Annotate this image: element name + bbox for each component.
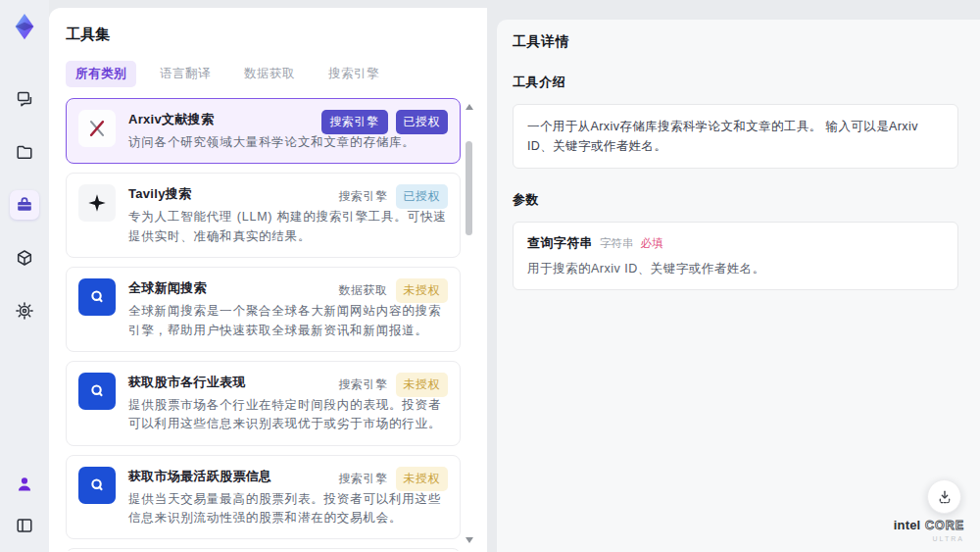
nav-user[interactable]: [10, 470, 39, 499]
tool-icon: [78, 184, 116, 222]
tool-icon: [78, 110, 116, 147]
tool-description: 提供当天交易量最高的股票列表。投资者可以利用这些信息来识别流动性强的股票和潜在的…: [128, 490, 448, 528]
tab-数据获取[interactable]: 数据获取: [234, 61, 305, 87]
tool-auth-badge: 未授权: [396, 373, 449, 397]
tool-card[interactable]: 获取股市各行业表现 提供股票市场各个行业在特定时间段内的表现。投资者可以利用这些…: [66, 361, 461, 446]
tool-category-badge: 搜索引擎: [321, 110, 388, 134]
tool-category-badge: 搜索引擎: [339, 188, 388, 205]
tool-detail-panel: 工具详情 工具介绍 一个用于从Arxiv存储库搜索科学论文和文章的工具。 输入可…: [497, 20, 980, 552]
page-title: 工具集: [66, 25, 473, 44]
download-icon: [936, 488, 954, 506]
param-type: 字符串: [600, 236, 634, 251]
tool-category-badge: 数据获取: [339, 282, 388, 299]
ultra-wordmark: ULTRA: [894, 535, 964, 543]
scrollbar-thumb[interactable]: [466, 141, 472, 235]
user-icon: [15, 475, 34, 494]
param-box: 查询字符串 字符串 必填 用于搜索的Arxiv ID、关键字或作者姓名。: [513, 222, 958, 290]
nav-packages[interactable]: [10, 243, 39, 273]
tool-auth-badge: 未授权: [396, 278, 449, 303]
nav-tools[interactable]: [10, 190, 39, 220]
toolbox-icon: [15, 195, 34, 215]
tool-card[interactable]: Tavily搜索 专为人工智能代理 (LLM) 构建的搜索引擎工具。可快速提供实…: [66, 173, 461, 258]
scroll-up-arrow[interactable]: [466, 104, 473, 110]
core-wordmark: CORE: [925, 519, 964, 532]
tool-card[interactable]: 全球新闻搜索 全球新闻搜索是一个聚合全球各大新闻网站内容的搜索引擎，帮助用户快速…: [66, 267, 461, 352]
app-sidebar: [0, 0, 49, 552]
intel-wordmark: intel: [894, 518, 921, 532]
nav-chat[interactable]: [10, 84, 39, 114]
intro-heading: 工具介绍: [513, 74, 958, 91]
param-name: 查询字符串: [527, 234, 593, 252]
tab-搜索引擎[interactable]: 搜索引擎: [318, 61, 389, 87]
tool-auth-badge: 已授权: [396, 110, 449, 134]
layout-panel-icon: [15, 516, 34, 535]
download-button[interactable]: [927, 479, 961, 514]
folder-icon: [15, 142, 34, 162]
tool-card[interactable]: Arxiv文献搜索 访问各个研究领域大量科学论文和文章的存储库。 搜索引擎 已授…: [66, 98, 461, 164]
tool-list: Arxiv文献搜索 访问各个研究领域大量科学论文和文章的存储库。 搜索引擎 已授…: [66, 98, 473, 551]
tab-所有类别[interactable]: 所有类别: [66, 61, 136, 87]
tool-description: 提供股票市场各个行业在特定时间段内的表现。投资者可以利用这些信息来识别表现优于或…: [128, 396, 448, 434]
param-required-badge: 必填: [641, 236, 663, 251]
tool-auth-badge: 已授权: [396, 184, 449, 209]
tool-category-badge: 搜索引擎: [339, 376, 388, 393]
param-description: 用于搜索的Arxiv ID、关键字或作者姓名。: [527, 261, 944, 277]
tool-category-badge: 搜索引擎: [339, 471, 388, 487]
tool-description: 全球新闻搜索是一个聚合全球各大新闻网站内容的搜索引擎，帮助用户快速获取全球最新资…: [128, 302, 448, 340]
detail-title: 工具详情: [513, 33, 958, 51]
tool-icon: [78, 373, 116, 410]
package-icon: [15, 248, 34, 268]
tab-语言翻译[interactable]: 语言翻译: [150, 61, 220, 87]
tool-card[interactable]: 获取市场最活跃股票信息 提供当天交易量最高的股票列表。投资者可以利用这些信息来识…: [66, 455, 461, 540]
intel-core-logo: intel CORE ULTRA: [894, 516, 964, 542]
tool-icon: [78, 467, 116, 504]
nav-files[interactable]: [10, 137, 39, 167]
scroll-down-arrow[interactable]: [466, 537, 473, 543]
tool-icon: [78, 278, 116, 316]
list-scrollbar[interactable]: [465, 100, 473, 547]
chat-icon: [15, 89, 34, 109]
app-logo: [10, 12, 39, 41]
tool-auth-badge: 未授权: [396, 467, 449, 491]
nav-toggle-panel[interactable]: [10, 511, 39, 540]
nav-settings[interactable]: [10, 296, 39, 326]
category-tabs: 所有类别语言翻译数据获取搜索引擎: [66, 61, 473, 87]
params-heading: 参数: [513, 191, 958, 209]
tool-card[interactable]: 万维地区新闻查询 查询具体行政区划内的新闻，快速了解各地新闻动 搜索引擎 未授权: [66, 548, 461, 551]
tool-list-panel: 工具集 所有类别语言翻译数据获取搜索引擎 Arxiv文献搜索 访问各个研究领域大…: [49, 8, 487, 552]
intro-box: 一个用于从Arxiv存储库搜索科学论文和文章的工具。 输入可以是Arxiv ID…: [513, 104, 958, 169]
tool-description: 专为人工智能代理 (LLM) 构建的搜索引擎工具。可快速提供实时、准确和真实的结…: [128, 208, 448, 246]
tool-description: 访问各个研究领域大量科学论文和文章的存储库。: [128, 133, 448, 152]
gear-icon: [15, 301, 34, 321]
